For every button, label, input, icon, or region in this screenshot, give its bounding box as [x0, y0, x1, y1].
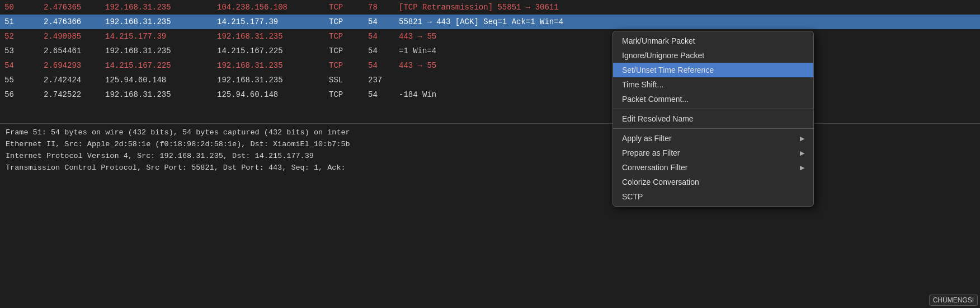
packet-cell-dst: 192.168.31.235 [213, 58, 324, 73]
detail-line: Ethernet II, Src: Apple_2d:58:1e (f0:18:… [6, 139, 974, 151]
detail-line: Frame 51: 54 bytes on wire (432 bits), 5… [6, 127, 974, 139]
watermark: CHUMENGSI [929, 295, 978, 306]
packet-cell-src: 14.215.167.225 [101, 58, 213, 73]
packet-cell-no: 54 [0, 58, 39, 73]
packet-cell-len: 54 [364, 15, 394, 29]
packet-cell-dst: 125.94.60.148 [213, 87, 324, 102]
menu-divider [613, 109, 813, 109]
packet-cell-time: 2.476365 [39, 0, 101, 15]
menu-item-time-shift-[interactable]: Time Shift... [613, 77, 813, 92]
packet-cell-no: 56 [0, 87, 39, 102]
menu-item-ignore-unignore-packet[interactable]: Ignore/Unignore Packet [613, 48, 813, 63]
packet-row[interactable]: 552.742424125.94.60.148192.168.31.235SSL… [0, 73, 980, 87]
detail-area: Frame 51: 54 bytes on wire (432 bits), 5… [0, 123, 980, 224]
packet-cell-no: 55 [0, 73, 39, 87]
packet-cell-dst: 192.168.31.235 [213, 29, 324, 44]
packet-cell-proto: TCP [324, 15, 364, 29]
packet-cell-time: 2.654461 [39, 44, 101, 58]
detail-line: Internet Protocol Version 4, Src: 192.16… [6, 151, 974, 162]
packet-cell-dst: 192.168.31.235 [213, 73, 324, 87]
packet-cell-len: 54 [364, 87, 394, 102]
packet-cell-src: 192.168.31.235 [101, 44, 213, 58]
menu-item-edit-resolved-name[interactable]: Edit Resolved Name [613, 111, 813, 126]
packet-row[interactable]: 502.476365192.168.31.235104.238.156.108T… [0, 0, 980, 15]
packet-cell-proto: SSL [324, 73, 364, 87]
packet-cell-proto: TCP [324, 0, 364, 15]
menu-item-label: Edit Resolved Name [622, 114, 804, 123]
packet-cell-dst: 14.215.177.39 [213, 15, 324, 29]
menu-item-label: Set/Unset Time Reference [622, 66, 804, 74]
packet-cell-time: 2.742522 [39, 87, 101, 102]
packet-cell-time: 2.476366 [39, 15, 101, 29]
menu-item-label: Time Shift... [622, 80, 804, 89]
packet-cell-no: 50 [0, 0, 39, 15]
packet-cell-no: 53 [0, 44, 39, 58]
menu-item-colorize-conversation[interactable]: Colorize Conversation [613, 175, 813, 189]
packet-cell-src: 125.94.60.148 [101, 73, 213, 87]
menu-item-label: Prepare as Filter [622, 148, 800, 157]
packet-row[interactable]: 562.742522192.168.31.235125.94.60.148TCP… [0, 87, 980, 102]
packet-cell-src: 192.168.31.235 [101, 87, 213, 102]
packet-cell-proto: TCP [324, 29, 364, 44]
packet-row[interactable]: 522.49098514.215.177.39192.168.31.235TCP… [0, 29, 980, 44]
packet-cell-src: 192.168.31.235 [101, 0, 213, 15]
menu-item-apply-as-filter[interactable]: Apply as Filter [613, 131, 813, 146]
menu-item-conversation-filter[interactable]: Conversation Filter [613, 160, 813, 175]
menu-item-label: Ignore/Unignore Packet [622, 51, 804, 60]
packet-cell-len: 54 [364, 44, 394, 58]
packet-cell-time: 2.694293 [39, 58, 101, 73]
packet-cell-src: 192.168.31.235 [101, 15, 213, 29]
menu-item-mark-unmark-packet[interactable]: Mark/Unmark Packet [613, 34, 813, 48]
packet-cell-proto: TCP [324, 87, 364, 102]
packet-cell-info: [TCP Retransmission] 55851 → 30611 [394, 0, 980, 15]
menu-divider [613, 128, 813, 129]
packet-cell-time: 2.742424 [39, 73, 101, 87]
menu-item-label: SCTP [622, 192, 804, 201]
packet-cell-no: 51 [0, 15, 39, 29]
packet-cell-dst: 14.215.167.225 [213, 44, 324, 58]
menu-item-packet-comment-[interactable]: Packet Comment... [613, 92, 813, 106]
packet-cell-len: 237 [364, 73, 394, 87]
packet-row[interactable]: 542.69429314.215.167.225192.168.31.235TC… [0, 58, 980, 73]
menu-item-label: Conversation Filter [622, 163, 800, 172]
packet-cell-info: 55821 → 443 [ACK] Seq=1 Ack=1 Win=4 [394, 15, 980, 29]
packet-row[interactable]: 512.476366192.168.31.23514.215.177.39TCP… [0, 15, 980, 29]
menu-item-label: Mark/Unmark Packet [622, 36, 804, 45]
packet-cell-proto: TCP [324, 58, 364, 73]
packet-cell-time: 2.490985 [39, 29, 101, 44]
packet-row[interactable]: 532.654461192.168.31.23514.215.167.225TC… [0, 44, 980, 58]
packet-cell-len: 78 [364, 0, 394, 15]
menu-item-label: Apply as Filter [622, 134, 800, 143]
packet-list: 502.476365192.168.31.235104.238.156.108T… [0, 0, 980, 123]
packet-cell-src: 14.215.177.39 [101, 29, 213, 44]
detail-line: Transmission Control Protocol, Src Port:… [6, 162, 974, 174]
packet-cell-dst: 104.238.156.108 [213, 0, 324, 15]
packet-cell-no: 52 [0, 29, 39, 44]
menu-item-label: Colorize Conversation [622, 178, 804, 186]
context-menu: Mark/Unmark PacketIgnore/Unignore Packet… [613, 31, 814, 207]
packet-cell-len: 54 [364, 58, 394, 73]
menu-item-set-unset-time-reference[interactable]: Set/Unset Time Reference [613, 63, 813, 77]
menu-item-sctp[interactable]: SCTP [613, 189, 813, 204]
menu-item-label: Packet Comment... [622, 95, 804, 104]
packet-cell-proto: TCP [324, 44, 364, 58]
menu-item-prepare-as-filter[interactable]: Prepare as Filter [613, 146, 813, 160]
packet-cell-len: 54 [364, 29, 394, 44]
